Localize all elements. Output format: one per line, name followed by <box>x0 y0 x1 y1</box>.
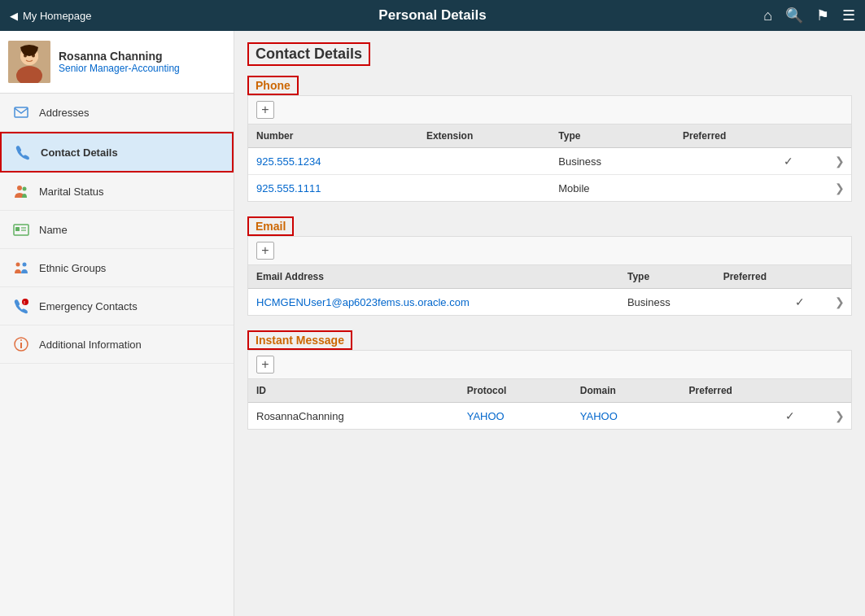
top-nav: ◀ My Homepage Personal Details ⌂ 🔍 ⚑ ☰ <box>0 0 865 31</box>
marital-status-label: Marital Status <box>39 186 103 198</box>
additional-info-label: Additional Information <box>39 339 142 351</box>
search-icon[interactable]: 🔍 <box>785 7 803 24</box>
sidebar: Rosanna Channing Senior Manager-Accounti… <box>0 31 234 616</box>
emergency-icon: ! <box>11 296 31 316</box>
phone-table-card: + Number Extension Type Preferred <box>247 95 852 202</box>
group-icon <box>11 258 31 277</box>
im-table: ID Protocol Domain Preferred RosannaChan… <box>248 379 851 429</box>
email-section: Email + Email Address Type Preferred <box>247 216 852 316</box>
phone-icon <box>13 142 33 162</box>
svg-rect-19 <box>20 343 22 348</box>
emergency-contacts-label: Emergency Contacts <box>39 300 138 312</box>
row-chevron-2[interactable]: ❯ <box>835 181 845 194</box>
im-table-card: + ID Protocol Domain Preferred <box>247 350 852 430</box>
col-email-preferred: Preferred <box>715 265 812 289</box>
email-table: Email Address Type Preferred HCMGENUser1… <box>248 265 851 315</box>
phone-add-row: + <box>248 96 851 125</box>
extension-2 <box>418 175 550 202</box>
sidebar-item-contact-details[interactable]: Contact Details <box>0 132 234 173</box>
col-number: Number <box>248 125 418 148</box>
sidebar-item-emergency-contacts[interactable]: ! Emergency Contacts <box>0 287 234 325</box>
svg-point-7 <box>17 186 22 190</box>
menu-icon[interactable]: ☰ <box>842 7 855 24</box>
nav-back[interactable]: ◀ My Homepage <box>10 10 92 22</box>
extension-1 <box>418 148 550 175</box>
col-email-type: Type <box>619 265 715 289</box>
im-domain-1[interactable]: YAHOO <box>580 410 618 422</box>
phone-section: Phone + Number Extension Type Preferred <box>247 76 852 202</box>
col-im-protocol: Protocol <box>459 379 572 403</box>
email-chevron-1[interactable]: ❯ <box>835 295 845 308</box>
svg-point-18 <box>20 339 22 341</box>
phone-add-button[interactable]: + <box>256 101 274 119</box>
home-icon[interactable]: ⌂ <box>763 7 772 24</box>
preferred-check-1: ✓ <box>784 155 793 168</box>
svg-point-8 <box>23 187 27 191</box>
col-type: Type <box>550 125 675 148</box>
email-table-card: + Email Address Type Preferred <box>247 236 852 316</box>
email-add-button[interactable]: + <box>256 242 274 260</box>
instant-message-header: Instant Message <box>247 330 352 350</box>
im-preferred-check-1: ✓ <box>785 409 795 422</box>
user-job-title: Senior Manager-Accounting <box>59 63 180 74</box>
im-add-row: + <box>248 351 851 379</box>
im-chevron-1[interactable]: ❯ <box>835 409 845 422</box>
user-info: Rosanna Channing Senior Manager-Accounti… <box>59 50 180 74</box>
phone-number-2[interactable]: 925.555.1111 <box>256 182 321 194</box>
col-email-blank <box>559 265 619 289</box>
table-row: RosannaChanning YAHOO YAHOO ✓ ❯ <box>248 403 851 430</box>
sidebar-item-ethnic-groups[interactable]: Ethnic Groups <box>0 249 234 287</box>
im-id-1: RosannaChanning <box>248 403 459 430</box>
flag-icon[interactable]: ⚑ <box>816 7 829 24</box>
col-extension: Extension <box>418 125 550 148</box>
table-row: HCMGENUser1@ap6023fems.us.oracle.com Bus… <box>248 289 851 316</box>
svg-rect-6 <box>15 107 28 117</box>
table-row: 925.555.1111 Mobile ❯ <box>248 175 851 202</box>
main-layout: Rosanna Channing Senior Manager-Accounti… <box>0 31 865 616</box>
mail-icon <box>11 103 31 122</box>
im-protocol-1[interactable]: YAHOO <box>467 410 505 422</box>
col-email-address: Email Address <box>248 265 559 289</box>
phone-number-1[interactable]: 925.555.1234 <box>256 155 321 168</box>
nav-icons: ⌂ 🔍 ⚑ ☰ <box>763 7 855 24</box>
ethnic-groups-label: Ethnic Groups <box>39 262 106 274</box>
table-row: 925.555.1234 Business ✓ ❯ <box>248 148 851 175</box>
row-chevron-1[interactable]: ❯ <box>835 155 845 168</box>
col-im-id: ID <box>248 379 459 403</box>
preferred-2 <box>675 175 800 202</box>
svg-text:!: ! <box>24 300 25 305</box>
contact-details-label: Contact Details <box>41 146 118 159</box>
col-preferred: Preferred <box>675 125 800 148</box>
email-address-1[interactable]: HCMGENUser1@ap6023fems.us.oracle.com <box>256 296 470 308</box>
page-title: Personal Details <box>378 7 486 24</box>
person-icon <box>11 181 31 201</box>
sidebar-item-additional-info[interactable]: Additional Information <box>0 325 234 364</box>
svg-point-14 <box>23 263 27 267</box>
sidebar-item-name[interactable]: Name <box>0 211 234 249</box>
back-label: My Homepage <box>23 10 92 22</box>
phone-table: Number Extension Type Preferred 925.555.… <box>248 125 851 201</box>
sidebar-item-addresses[interactable]: Addresses <box>0 94 234 132</box>
phone-header: Phone <box>247 76 299 95</box>
addresses-label: Addresses <box>39 107 89 119</box>
info-icon <box>11 334 31 354</box>
email-preferred-check-1: ✓ <box>795 295 805 308</box>
col-actions <box>800 125 851 148</box>
user-profile: Rosanna Channing Senior Manager-Accounti… <box>0 31 234 94</box>
name-label: Name <box>39 224 68 236</box>
col-im-domain: Domain <box>572 379 681 403</box>
email-header: Email <box>247 216 294 236</box>
im-add-button[interactable]: + <box>256 356 274 374</box>
type-1: Business <box>550 148 675 175</box>
email-type-1: Business <box>619 289 715 316</box>
content-area: Contact Details Phone + Number Extension… <box>234 31 865 616</box>
col-im-actions <box>802 379 851 403</box>
svg-rect-10 <box>15 227 20 231</box>
instant-message-section: Instant Message + ID Protocol Domain Pre… <box>247 330 852 430</box>
sidebar-item-marital-status[interactable]: Marital Status <box>0 173 234 211</box>
email-add-row: + <box>248 237 851 265</box>
section-title: Contact Details <box>247 42 370 66</box>
back-arrow-icon: ◀ <box>10 10 18 22</box>
svg-point-13 <box>16 263 20 267</box>
col-im-preferred: Preferred <box>681 379 802 403</box>
